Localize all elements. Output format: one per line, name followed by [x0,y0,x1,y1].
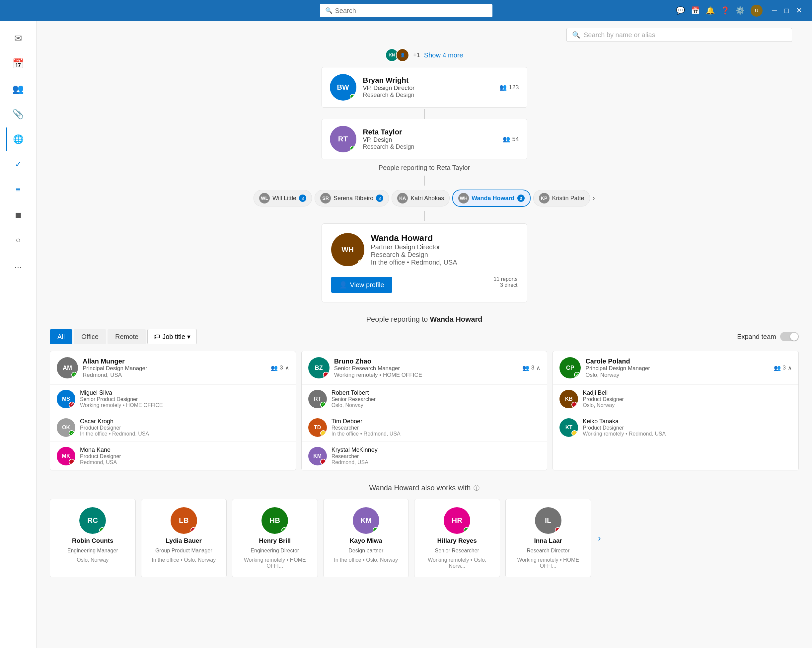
krystal-avatar: KM [308,447,327,465]
works-card-inna[interactable]: IL Inna Laar Research Director Working r… [505,499,591,577]
sidebar-item-calendar[interactable]: 📅 [7,52,30,75]
team-column-bruno: BZ Bruno Zhao Senior Research Manager Wo… [301,351,548,471]
chevron-up-icon[interactable]: ∧ [285,365,289,371]
wanda-actions: 👤 View profile 11 reports 3 direct [331,272,517,293]
henry-loc: Working remotely • HOME OFFI... [240,557,310,569]
plus-badge: +1 [413,52,420,59]
kayo-role: Design partner [348,548,383,554]
view-profile-button[interactable]: 👤 View profile [331,277,392,293]
chip-will[interactable]: WL Will Little 3 [253,190,312,206]
close-button[interactable]: ✕ [793,6,805,15]
team-member-krystal[interactable]: KM Krystal McKinney Researcher Redmond, … [302,442,547,470]
team-member-kadji[interactable]: KB Kadji Bell Product Designer Oslo, Nor… [553,385,798,413]
robert-role: Senior Researcher [331,396,375,402]
katri-chip-avatar: KA [397,193,408,203]
sidebar-item-org-chart[interactable]: 🌐 [6,127,29,151]
bruno-header[interactable]: BZ Bruno Zhao Senior Research Manager Wo… [302,351,547,385]
mona-loc: Redmond, USA [80,460,121,465]
reta-info: Reta Taylor VP, Design Research & Design [363,128,496,150]
mail-icon: ✉ [14,33,22,44]
miguel-status: ✕ [69,402,75,408]
titlebar-search[interactable]: 🔍 [320,4,493,17]
job-title-filter-button[interactable]: 🏷 Job title ▾ [147,329,197,344]
inna-loc: Working remotely • HOME OFFI... [514,557,583,569]
help-icon[interactable]: ❓ [721,6,730,15]
team-member-tim[interactable]: TD Tim Deboer Researcher In the office •… [302,413,547,442]
allan-header[interactable]: AM ✓ Allan Munger Principal Design Manag… [50,351,296,385]
filter-tab-office[interactable]: Office [74,329,106,344]
bryan-title: VP, Design Director [363,85,493,92]
sidebar-item-attach[interactable]: 📎 [7,102,30,125]
works-card-hillary[interactable]: HR ✓ Hillary Reyes Senior Researcher Wor… [414,499,500,577]
miguel-avatar: MS ✕ [57,390,75,408]
user-avatar[interactable]: U [751,5,763,17]
people-icon: 👥 [271,365,278,371]
sidebar-item-mail[interactable]: ✉ [7,26,30,50]
calendar-icon[interactable]: 📅 [691,6,700,15]
job-title-icon: 🏷 [154,333,160,341]
teams-icon: ◼ [15,210,21,219]
chat-icon[interactable]: 💬 [676,6,685,15]
allan-count-val: 3 [280,365,283,371]
reta-count: 👥 54 [503,136,519,143]
person-card-reta[interactable]: RT ✓ Reta Taylor VP, Design Research & D… [322,119,527,159]
person-card-bryan[interactable]: BW ✓ Bryan Wright VP, Design Director Re… [322,67,527,107]
kadji-role: Product Designer [583,396,624,402]
filter-tab-remote[interactable]: Remote [107,329,146,344]
works-card-kayo[interactable]: KM ✓ Kayo Miwa Design partner In the off… [323,499,409,577]
bryan-name: Bryan Wright [363,76,493,85]
chip-katri[interactable]: KA Katri Ahokas [392,190,450,206]
team-member-mona[interactable]: MK Mona Kane Product Designer Redmond, U… [50,442,296,470]
chip-wanda[interactable]: WH Wanda Howard 3 [452,190,530,207]
filter-bar: All Office Remote 🏷 Job title ▾ Expand t… [50,329,799,344]
team-member-miguel[interactable]: MS ✕ Miguel Silva Senior Product Designe… [50,385,296,413]
chevron-up-icon[interactable]: ∧ [788,365,792,371]
titlebar-search-input[interactable] [335,7,487,15]
wanda-chip-name: Wanda Howard [472,195,514,202]
henry-status: ✓ [281,527,287,533]
sidebar-item-more[interactable]: … [7,254,30,277]
tim-loc: In the office • Redmond, USA [331,431,400,437]
expand-team-switch[interactable] [780,332,799,341]
bruno-avatar: BZ [308,357,330,379]
team-column-allan: AM ✓ Allan Munger Principal Design Manag… [50,351,296,471]
bell-icon[interactable]: 🔔 [706,6,715,15]
team-member-oscar[interactable]: OK ✓ Oscar Krogh Product Designer In the… [50,413,296,442]
avatar-stack: KN 👤 [385,49,409,62]
settings-icon[interactable]: ⚙️ [736,6,745,15]
works-card-henry[interactable]: HB ✓ Henry Brill Engineering Director Wo… [232,499,318,577]
lydia-role: Group Product Manager [155,548,212,554]
filter-tab-all[interactable]: All [50,329,72,344]
minimize-button[interactable]: ─ [769,6,780,15]
chip-kristin[interactable]: KP Kristin Patte [533,190,590,206]
sidebar-item-teams[interactable]: ◼ [7,203,30,226]
chip-serena[interactable]: SR Serena Ribeiro 3 [314,190,389,206]
robin-avatar: RC ✓ [79,507,106,534]
keiko-info: Keiko Tanaka Product Designer Working re… [583,418,665,437]
people-search-input[interactable]: 🔍 Search by name or alias [566,28,792,42]
inna-name: Inna Laar [534,537,562,544]
keiko-name: Keiko Tanaka [583,418,665,425]
maximize-button[interactable]: □ [781,6,792,15]
keiko-status [571,430,577,436]
works-card-lydia[interactable]: LB Lydia Bauer Group Product Manager In … [141,499,227,577]
will-name: Will Little [272,195,296,202]
carole-header[interactable]: CP ✓ Carole Poland Principal Design Mana… [553,351,798,385]
mona-role: Product Designer [80,454,121,460]
sidebar-item-tasks[interactable]: ✓ [7,153,30,176]
selected-person-card-wanda: WH Wanda Howard Partner Design Director … [322,223,527,303]
show-more-button[interactable]: Show 4 more [424,52,463,59]
also-works-next-button[interactable]: › [591,533,607,543]
sidebar-item-lists[interactable]: ≡ [7,178,30,201]
team-member-robert[interactable]: RT ✓ Robert Tolbert Senior Researcher Os… [302,385,547,413]
team-member-keiko[interactable]: KT Keiko Tanaka Product Designer Working… [553,413,798,442]
bryan-dept: Research & Design [363,92,493,99]
sidebar-item-people[interactable]: 👥 [7,77,30,100]
sidebar-item-outlook[interactable]: ○ [7,228,30,252]
keiko-avatar: KT [559,418,578,437]
works-card-robin[interactable]: RC ✓ Robin Counts Engineering Manager Os… [50,499,136,577]
chips-more-button[interactable]: › [593,194,595,203]
bruno-status [323,372,329,378]
also-works-grid: RC ✓ Robin Counts Engineering Manager Os… [50,499,591,577]
chevron-up-icon[interactable]: ∧ [536,365,540,371]
